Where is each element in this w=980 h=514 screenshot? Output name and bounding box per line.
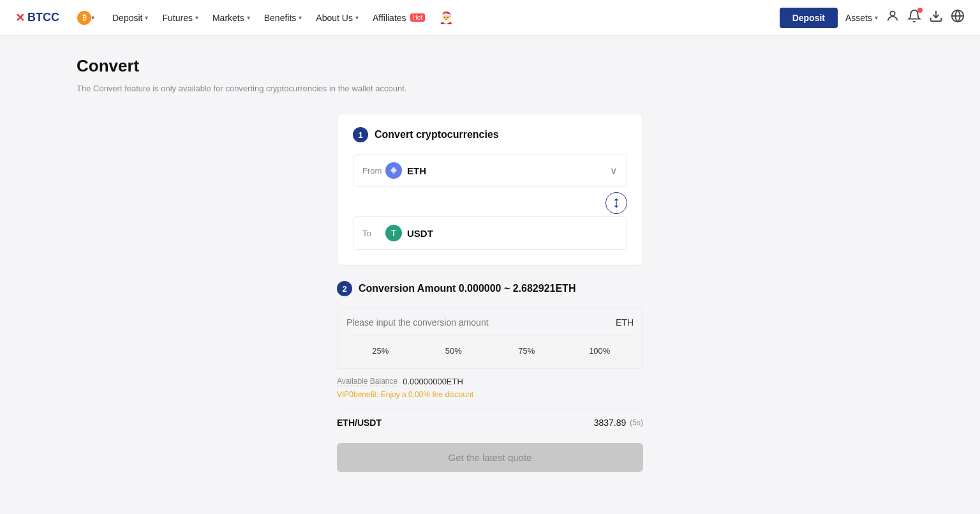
assets-chevron-icon: ▾ bbox=[875, 14, 878, 21]
from-currency-box[interactable]: From ETH ∨ bbox=[353, 154, 627, 187]
step2-badge: 2 bbox=[337, 281, 352, 296]
rate-value: 3837.89 bbox=[594, 418, 627, 428]
rate-time: (5s) bbox=[630, 418, 643, 427]
nav-affiliates-label: Affiliates bbox=[373, 13, 406, 23]
nav-markets-label: Markets bbox=[212, 13, 244, 23]
btc-chevron-icon: ▾ bbox=[91, 14, 94, 21]
nav-markets-chevron: ▾ bbox=[247, 14, 250, 21]
nav-deposit-label: Deposit bbox=[112, 13, 142, 23]
amount-currency-label: ETH bbox=[616, 317, 634, 328]
amount-input-row: ETH bbox=[346, 317, 634, 328]
step1-title: Convert cryptocurrencies bbox=[375, 129, 499, 140]
step1-card: 1 Convert cryptocurrencies From ETH ∨ bbox=[337, 114, 643, 266]
logo-text: BTCC bbox=[27, 11, 59, 24]
step2-header: 2 Conversion Amount 0.000000 ~ 2.682921E… bbox=[337, 281, 643, 296]
nav-about[interactable]: About Us ▾ bbox=[309, 9, 365, 27]
page-subtitle: The Convert feature is only available fo… bbox=[77, 84, 903, 93]
logo[interactable]: ✕ BTCC bbox=[15, 11, 59, 25]
step2-section: 2 Conversion Amount 0.000000 ~ 2.682921E… bbox=[337, 281, 643, 472]
nav-futures-label: Futures bbox=[162, 13, 192, 23]
nav-benefits-chevron: ▾ bbox=[299, 14, 302, 21]
account-icon[interactable] bbox=[886, 9, 900, 26]
nav-deposit-chevron: ▾ bbox=[145, 14, 148, 21]
assets-label: Assets bbox=[845, 13, 872, 23]
percent-100-button[interactable]: 100% bbox=[566, 342, 634, 359]
swap-button[interactable] bbox=[605, 192, 627, 214]
logo-x: ✕ bbox=[15, 11, 25, 25]
btc-icon: ₿ bbox=[77, 11, 91, 25]
nav-santa-icon[interactable]: 🎅 bbox=[433, 7, 459, 29]
eth-icon bbox=[385, 162, 402, 179]
navbar: ✕ BTCC ₿ ▾ Deposit ▾ Futures ▾ Markets ▾… bbox=[0, 0, 980, 36]
from-currency-name: ETH bbox=[407, 165, 610, 176]
swap-wrap bbox=[353, 190, 627, 216]
nav-futures[interactable]: Futures ▾ bbox=[156, 9, 204, 27]
affiliates-badge: Hot bbox=[410, 13, 426, 22]
nav-benefits-label: Benefits bbox=[264, 13, 297, 23]
quote-button[interactable]: Get the latest quote bbox=[337, 443, 643, 472]
notification-dot bbox=[917, 8, 923, 13]
step1-badge: 1 bbox=[353, 127, 368, 142]
notification-icon[interactable] bbox=[907, 9, 921, 26]
nav-right: Deposit Assets ▾ bbox=[780, 8, 965, 28]
deposit-button[interactable]: Deposit bbox=[780, 8, 838, 28]
step1-header: 1 Convert cryptocurrencies bbox=[353, 127, 627, 142]
svg-point-0 bbox=[890, 11, 895, 16]
amount-box: ETH 25% 50% 75% 100% bbox=[337, 308, 643, 369]
nav-affiliates[interactable]: Affiliates Hot bbox=[366, 9, 431, 27]
nav-about-chevron: ▾ bbox=[355, 14, 359, 21]
nav-futures-chevron: ▾ bbox=[195, 14, 198, 21]
to-currency-name: USDT bbox=[407, 228, 618, 239]
main-content: Convert The Convert feature is only avai… bbox=[0, 36, 980, 514]
balance-label: Available Balance bbox=[337, 377, 397, 386]
percent-50-button[interactable]: 50% bbox=[420, 342, 488, 359]
balance-value: 0.00000000ETH bbox=[403, 377, 463, 386]
rate-row: ETH/USDT 3837.89 (5s) bbox=[337, 409, 643, 435]
vip-text: VIP0benefit: Enjoy a 0.00% fee discount bbox=[337, 390, 643, 399]
from-label: From bbox=[362, 166, 385, 176]
to-currency-box[interactable]: To T USDT bbox=[353, 216, 627, 250]
percent-row: 25% 50% 75% 100% bbox=[346, 335, 634, 359]
nav-about-label: About Us bbox=[316, 13, 353, 23]
assets-button[interactable]: Assets ▾ bbox=[845, 13, 878, 23]
amount-input[interactable] bbox=[346, 317, 616, 328]
from-currency-chevron[interactable]: ∨ bbox=[610, 165, 618, 177]
nav-markets[interactable]: Markets ▾ bbox=[206, 9, 256, 27]
page-title: Convert bbox=[77, 56, 903, 76]
notification-wrap bbox=[907, 9, 921, 26]
rate-pair: ETH/USDT bbox=[337, 418, 382, 428]
step2-title: Conversion Amount 0.000000 ~ 2.682921ETH bbox=[359, 283, 575, 294]
percent-25-button[interactable]: 25% bbox=[346, 342, 415, 359]
nav-links: Deposit ▾ Futures ▾ Markets ▾ Benefits ▾… bbox=[106, 7, 780, 29]
download-icon[interactable] bbox=[929, 9, 943, 26]
percent-75-button[interactable]: 75% bbox=[493, 342, 561, 359]
balance-row: Available Balance 0.00000000ETH bbox=[337, 377, 643, 386]
globe-icon[interactable] bbox=[951, 9, 965, 26]
rate-value-wrap: 3837.89 (5s) bbox=[594, 418, 643, 428]
usdt-icon: T bbox=[385, 225, 402, 241]
nav-deposit[interactable]: Deposit ▾ bbox=[106, 9, 154, 27]
to-label: To bbox=[362, 229, 385, 238]
nav-benefits[interactable]: Benefits ▾ bbox=[258, 9, 309, 27]
